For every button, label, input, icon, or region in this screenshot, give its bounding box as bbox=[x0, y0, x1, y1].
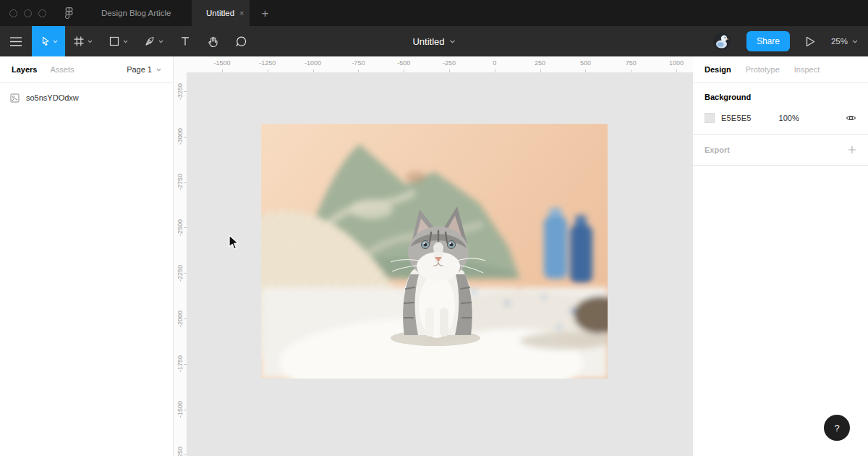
comment-bubble-icon bbox=[235, 35, 247, 48]
hamburger-icon bbox=[9, 37, 22, 46]
frame-tool-button[interactable] bbox=[65, 26, 101, 56]
page-selector-dropdown[interactable]: Page 1 bbox=[127, 65, 161, 74]
ruler-label: -500 bbox=[381, 59, 426, 67]
new-tab-button[interactable]: + bbox=[262, 7, 269, 20]
mouse-cursor-icon bbox=[229, 235, 242, 255]
ruler-label: -1250 bbox=[176, 433, 184, 456]
document-tab-label: Design Blog Article bbox=[101, 9, 171, 17]
vertical-ruler[interactable]: -3250 -3000 -2750 -2500 -2250 -2000 -175… bbox=[174, 56, 187, 456]
rectangle-icon bbox=[109, 35, 120, 47]
figma-logo-icon[interactable] bbox=[64, 7, 74, 20]
chevron-down-icon bbox=[852, 40, 858, 43]
ruler-label: 250 bbox=[518, 59, 563, 67]
tab-assets[interactable]: Assets bbox=[50, 65, 74, 74]
ruler-label: 750 bbox=[608, 59, 653, 67]
opacity-value[interactable]: 100% bbox=[779, 114, 799, 122]
pen-icon bbox=[144, 35, 156, 47]
ruler-label: 1000 bbox=[654, 59, 693, 67]
canvas-image-kitten-photo[interactable] bbox=[261, 124, 608, 379]
ruler-label: -1500 bbox=[176, 388, 184, 431]
ruler-label: -2000 bbox=[176, 297, 184, 340]
chevron-down-icon bbox=[88, 40, 93, 43]
canvas-viewport[interactable]: -3250 -3000 -2750 -2500 -2250 -2000 -175… bbox=[174, 56, 693, 456]
toolbar-right-cluster: Share 25% bbox=[713, 31, 868, 51]
window-close-button[interactable] bbox=[9, 9, 17, 17]
text-icon bbox=[179, 35, 191, 47]
document-title-dropdown[interactable]: Untitled bbox=[412, 26, 455, 56]
color-swatch[interactable] bbox=[705, 113, 715, 123]
ruler-label: 500 bbox=[563, 59, 608, 67]
zoom-level-dropdown[interactable]: 25% bbox=[831, 37, 858, 46]
document-tab-design-blog-article[interactable]: Design Blog Article bbox=[81, 0, 192, 26]
chevron-down-icon bbox=[53, 40, 58, 43]
layers-panel: Layers Assets Page 1 so5nsYDOdxw bbox=[0, 56, 174, 456]
document-tab-untitled-active[interactable]: Untitled × bbox=[192, 0, 250, 26]
ruler-label: -2750 bbox=[176, 161, 184, 204]
move-tool-button[interactable] bbox=[32, 26, 65, 56]
export-section: Export bbox=[693, 135, 868, 166]
tab-inspect[interactable]: Inspect bbox=[794, 65, 820, 74]
properties-panel-tabs: Design Prototype Inspect bbox=[693, 56, 868, 83]
background-heading: Background bbox=[705, 93, 856, 101]
plus-icon[interactable] bbox=[848, 145, 856, 154]
visibility-toggle[interactable] bbox=[846, 114, 856, 122]
text-tool-button[interactable] bbox=[171, 26, 199, 56]
ruler-label: -2250 bbox=[176, 251, 184, 295]
layer-name: so5nsYDOdxw bbox=[26, 93, 79, 102]
document-tab-bar: Design Blog Article Untitled × + bbox=[0, 0, 868, 26]
chevron-down-icon bbox=[156, 68, 161, 72]
chevron-down-icon bbox=[123, 40, 128, 43]
pen-tool-button[interactable] bbox=[136, 26, 171, 56]
tab-prototype[interactable]: Prototype bbox=[746, 65, 780, 74]
document-title: Untitled bbox=[412, 36, 444, 47]
frame-icon bbox=[73, 35, 85, 47]
ruler-label: -1000 bbox=[291, 59, 336, 67]
image-layer-icon bbox=[10, 93, 20, 103]
chevron-down-icon bbox=[450, 40, 456, 43]
close-tab-icon[interactable]: × bbox=[239, 9, 244, 17]
zoom-level-value: 25% bbox=[831, 37, 848, 46]
tab-layers[interactable]: Layers bbox=[12, 65, 37, 74]
main-area: Layers Assets Page 1 so5nsYDOdxw bbox=[0, 56, 868, 456]
play-icon bbox=[806, 36, 815, 47]
ruler-label: -250 bbox=[427, 59, 472, 67]
main-menu-button[interactable] bbox=[0, 26, 32, 56]
ruler-label: -1500 bbox=[200, 59, 244, 67]
ruler-label: -1250 bbox=[245, 59, 290, 67]
color-hex-value[interactable]: E5E5E5 bbox=[721, 114, 752, 122]
window-controls bbox=[0, 9, 46, 17]
document-tab-label: Untitled bbox=[206, 9, 234, 17]
properties-panel: Design Prototype Inspect Background E5E5… bbox=[693, 56, 868, 456]
ruler-label: -2500 bbox=[176, 206, 184, 249]
move-cursor-icon bbox=[40, 35, 51, 47]
window-minimize-button[interactable] bbox=[24, 9, 32, 17]
hand-tool-button[interactable] bbox=[199, 26, 227, 56]
background-color-row: E5E5E5 100% bbox=[705, 113, 856, 123]
hand-icon bbox=[207, 35, 219, 48]
user-avatar[interactable] bbox=[713, 33, 731, 50]
ruler-label: -3250 bbox=[176, 69, 184, 113]
window-zoom-button[interactable] bbox=[38, 9, 46, 17]
toolbar: Untitled Share 25% bbox=[0, 26, 868, 56]
ruler-label: -750 bbox=[336, 59, 380, 67]
ruler-label: 0 bbox=[472, 59, 517, 67]
export-heading: Export bbox=[705, 145, 730, 154]
layers-panel-header: Layers Assets Page 1 bbox=[0, 56, 173, 83]
help-label: ? bbox=[834, 423, 839, 434]
layer-row[interactable]: so5nsYDOdxw bbox=[0, 86, 173, 109]
ruler-label: -1750 bbox=[176, 342, 184, 386]
comment-tool-button[interactable] bbox=[227, 26, 255, 56]
horizontal-ruler[interactable]: -1500 -1250 -1000 -750 -500 -250 0 250 5… bbox=[174, 56, 693, 72]
help-button[interactable]: ? bbox=[824, 415, 850, 441]
eye-icon bbox=[846, 114, 856, 122]
figma-app-window: Design Blog Article Untitled × + bbox=[0, 0, 868, 456]
page-selector-label: Page 1 bbox=[127, 65, 152, 74]
background-section: Background E5E5E5 100% bbox=[693, 83, 868, 135]
tab-design[interactable]: Design bbox=[705, 65, 731, 74]
shape-tool-button[interactable] bbox=[101, 26, 136, 56]
share-button[interactable]: Share bbox=[746, 31, 790, 51]
chevron-down-icon bbox=[158, 40, 163, 43]
ruler-label: -3000 bbox=[176, 115, 184, 159]
present-button[interactable] bbox=[806, 36, 815, 47]
